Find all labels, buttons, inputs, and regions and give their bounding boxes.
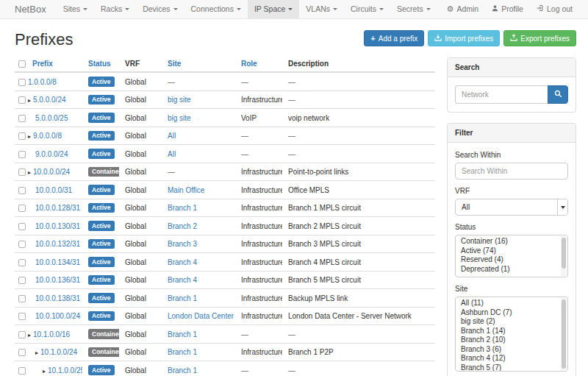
prefix-table-row: 9.0.0.0/24 Active Global All — — (15, 145, 435, 163)
nav-item-devices[interactable]: Devices (136, 0, 184, 18)
export-prefixes-button[interactable]: Export prefixes (503, 30, 576, 46)
site-link[interactable]: Branch 4 (168, 276, 197, 284)
role-cell: VoIP (235, 109, 282, 127)
nav-item-vlans[interactable]: VLANs (299, 0, 344, 18)
prefix-link[interactable]: 10.0.0.134/31 (35, 258, 80, 266)
site-listbox[interactable]: All (11)Ashburn DC (7)big site (2)Branch… (455, 297, 568, 372)
row-checkbox[interactable] (18, 295, 26, 302)
admin-menu-item[interactable]: ⚙ Admin (440, 0, 486, 18)
prefix-link[interactable]: 10.0.0.0/31 (35, 186, 72, 194)
listbox-option[interactable]: big site (2) (456, 317, 567, 327)
listbox-option[interactable]: Active (74) (456, 246, 567, 256)
prefix-link[interactable]: 1.0.0.0/8 (28, 78, 57, 86)
row-checkbox[interactable] (18, 241, 26, 248)
row-checkbox[interactable] (18, 187, 26, 194)
site-link[interactable]: big site (168, 96, 191, 104)
column-header-status[interactable]: Status (88, 60, 111, 68)
column-header-prefix[interactable]: Prefix (32, 60, 53, 68)
row-checkbox[interactable] (18, 79, 26, 86)
add-prefix-button[interactable]: + Add a prefix (364, 30, 424, 46)
prefix-link[interactable]: 10.1.0.0/16 (33, 330, 70, 338)
listbox-option[interactable]: Container (16) (456, 237, 567, 246)
status-listbox[interactable]: Container (16)Active (74)Reserved (4)Dep… (455, 235, 568, 277)
row-checkbox[interactable] (18, 313, 26, 320)
status-badge: Active (88, 221, 115, 231)
row-checkbox[interactable] (18, 132, 26, 140)
site-link[interactable]: Main Office (168, 186, 204, 194)
site-link[interactable]: Branch 1 (168, 348, 197, 356)
row-checkbox[interactable] (18, 331, 26, 338)
site-link[interactable]: Branch 4 (168, 258, 197, 266)
site-link[interactable]: Branch 1 (168, 294, 197, 302)
listbox-option[interactable]: Deprecated (1) (456, 265, 567, 274)
prefix-link[interactable]: 10.0.100.0/24 (35, 312, 80, 320)
site-link[interactable]: All (168, 132, 176, 140)
prefix-link[interactable]: 9.0.0.0/8 (33, 132, 62, 140)
nav-item-secrets[interactable]: Secrets (390, 0, 437, 18)
site-link[interactable]: London Data Center (168, 312, 234, 320)
prefix-link[interactable]: 10.0.0.128/31 (35, 204, 80, 212)
vrf-select[interactable]: All (455, 199, 568, 216)
scrollbar[interactable] (561, 298, 567, 370)
row-checkbox[interactable] (18, 205, 26, 212)
brand-logo[interactable]: NetBox (9, 0, 52, 18)
nav-item-sites[interactable]: Sites (57, 0, 94, 18)
profile-menu-item[interactable]: Profile (485, 0, 530, 18)
vrf-label: VRF (455, 187, 568, 195)
site-link[interactable]: All (168, 150, 176, 158)
prefix-link[interactable]: 10.0.0.0/24 (33, 168, 70, 176)
listbox-option[interactable]: Branch 4 (12) (456, 354, 567, 363)
listbox-option[interactable]: Branch 5 (7) (456, 363, 567, 372)
row-checkbox[interactable] (18, 349, 26, 356)
site-link[interactable]: Branch 1 (168, 204, 197, 212)
column-header-role[interactable]: Role (241, 60, 257, 68)
row-checkbox[interactable] (18, 259, 26, 266)
listbox-option[interactable]: Ashburn DC (7) (456, 308, 567, 318)
prefix-link[interactable]: 10.0.0.136/31 (35, 276, 80, 284)
import-prefixes-button[interactable]: Import prefixes (428, 30, 500, 46)
column-header-site[interactable]: Site (168, 60, 181, 68)
nav-item-ip-space[interactable]: IP Space (248, 0, 299, 18)
navbar: NetBox Sites Racks Devices Connections I… (0, 0, 588, 19)
role-cell: Infrastructure (235, 289, 282, 308)
site-link[interactable]: Branch 3 (168, 240, 197, 248)
scrollbar[interactable] (561, 236, 567, 276)
row-checkbox[interactable] (18, 115, 26, 122)
site-link[interactable]: Branch 2 (168, 222, 197, 230)
site-link[interactable]: Branch 1 (168, 330, 197, 338)
status-badge: Active (88, 95, 115, 105)
nav-item-connections[interactable]: Connections (184, 0, 248, 18)
expand-arrow-icon: ▸ (28, 332, 31, 338)
listbox-option[interactable]: Reserved (4) (456, 255, 567, 265)
logout-icon (537, 0, 544, 18)
listbox-option[interactable]: Branch 1 (14) (456, 327, 567, 336)
role-cell: Infrastructure (235, 235, 282, 253)
prefix-link[interactable]: 10.1.0.0/25 (48, 366, 82, 375)
row-checkbox[interactable] (18, 223, 26, 230)
prefix-link[interactable]: 5.0.0.0/25 (35, 114, 68, 122)
search-within-input[interactable] (455, 163, 568, 180)
prefix-link[interactable]: 5.0.0.0/24 (33, 96, 65, 104)
search-button[interactable] (548, 85, 568, 104)
logout-menu-item[interactable]: Log out (530, 0, 579, 18)
search-input[interactable] (455, 85, 548, 104)
prefix-link[interactable]: 10.0.0.132/31 (35, 240, 80, 248)
listbox-option[interactable]: Branch 2 (10) (456, 336, 567, 345)
row-checkbox[interactable] (18, 151, 26, 158)
prefix-link[interactable]: 10.0.0.130/31 (35, 222, 80, 230)
nav-item-circuits[interactable]: Circuits (344, 0, 390, 18)
prefix-link[interactable]: 10.0.0.138/31 (35, 294, 80, 302)
listbox-option[interactable]: All (11) (456, 299, 567, 308)
row-checkbox[interactable] (18, 169, 26, 176)
site-link[interactable]: big site (168, 114, 191, 122)
prefix-link[interactable]: 10.1.0.0/24 (40, 348, 77, 356)
site-link[interactable]: Branch 1 (168, 366, 197, 375)
nav-item-racks[interactable]: Racks (94, 0, 136, 18)
select-all-checkbox[interactable] (18, 60, 26, 68)
prefix-link[interactable]: 9.0.0.0/24 (35, 150, 68, 158)
row-checkbox[interactable] (18, 277, 26, 284)
row-checkbox[interactable] (18, 367, 26, 375)
chevron-down-icon (426, 8, 431, 10)
listbox-option[interactable]: Branch 3 (6) (456, 345, 567, 355)
row-checkbox[interactable] (18, 96, 26, 104)
